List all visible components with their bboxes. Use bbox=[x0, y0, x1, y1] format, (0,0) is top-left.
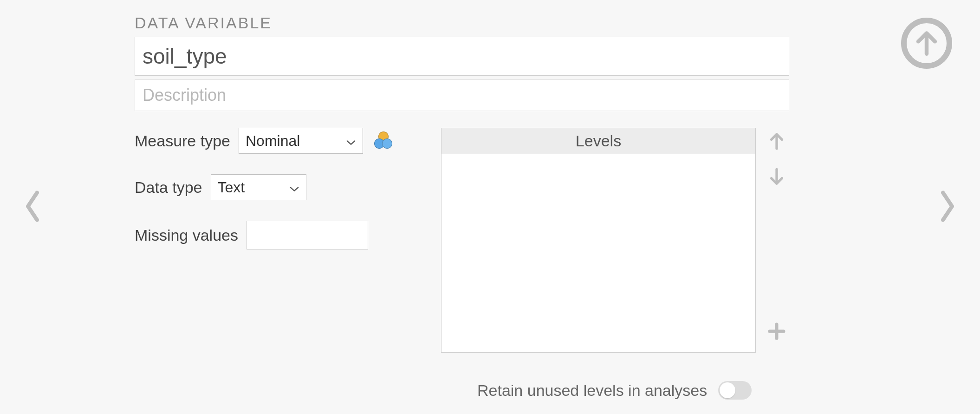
retain-unused-row: Retain unused levels in analyses bbox=[477, 381, 752, 400]
data-type-select[interactable]: Text bbox=[211, 174, 306, 200]
level-add-button[interactable] bbox=[766, 321, 787, 343]
data-type-value: Text bbox=[218, 179, 245, 196]
chevron-down-icon bbox=[346, 132, 356, 150]
levels-column: Levels bbox=[441, 128, 789, 353]
measure-type-row: Measure type Nominal bbox=[135, 128, 413, 154]
missing-values-input[interactable] bbox=[247, 221, 368, 250]
editor-columns: Measure type Nominal Data type Text bbox=[135, 128, 789, 353]
toggle-knob bbox=[720, 382, 735, 398]
retain-unused-toggle[interactable] bbox=[718, 381, 752, 400]
retain-unused-label: Retain unused levels in analyses bbox=[477, 381, 707, 400]
level-move-down-button[interactable] bbox=[766, 167, 787, 189]
variable-editor-panel: DATA VARIABLE Measure type Nominal bbox=[0, 0, 980, 414]
collapse-panel-button[interactable] bbox=[901, 18, 952, 69]
levels-listbox[interactable]: Levels bbox=[441, 128, 756, 353]
variable-name-input[interactable] bbox=[135, 37, 789, 76]
data-type-label: Data type bbox=[135, 178, 202, 197]
chevron-down-icon bbox=[289, 179, 299, 196]
variable-description-input[interactable] bbox=[135, 79, 789, 111]
type-settings-column: Measure type Nominal Data type Text bbox=[135, 128, 413, 353]
section-title: DATA VARIABLE bbox=[135, 14, 789, 32]
levels-controls bbox=[764, 128, 789, 353]
measure-type-label: Measure type bbox=[135, 132, 230, 150]
next-variable-button[interactable] bbox=[937, 190, 958, 224]
nominal-icon bbox=[374, 131, 393, 150]
measure-type-value: Nominal bbox=[246, 132, 300, 150]
data-type-row: Data type Text bbox=[135, 174, 413, 200]
missing-values-label: Missing values bbox=[135, 226, 238, 244]
measure-type-select[interactable]: Nominal bbox=[239, 128, 363, 154]
prev-variable-button[interactable] bbox=[22, 190, 43, 224]
levels-body bbox=[441, 154, 755, 352]
missing-values-row: Missing values bbox=[135, 221, 413, 250]
levels-header: Levels bbox=[441, 128, 755, 154]
variable-panel: DATA VARIABLE Measure type Nominal bbox=[135, 14, 789, 353]
level-move-up-button[interactable] bbox=[766, 131, 787, 153]
